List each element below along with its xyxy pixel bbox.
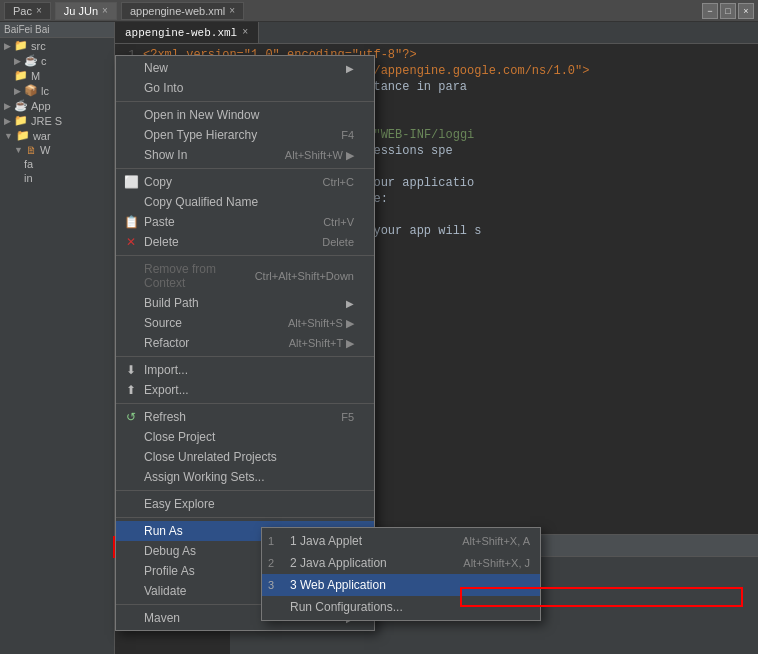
num-icon: 3 [268,579,286,591]
sidebar-item-c[interactable]: ▶ ☕ c [0,53,114,68]
item-label: W [40,144,50,156]
sidebar-item-w[interactable]: ▼ 🗎 W [0,143,114,157]
menu-source[interactable]: Source Alt+Shift+S ▶ [116,313,374,333]
separator [116,101,374,102]
shortcut-label: Ctrl+Alt+Shift+Down [255,270,354,282]
folder-icon: 📁 [16,129,30,142]
arrow-icon: ▶ [346,298,354,309]
shortcut-label: F5 [341,411,354,423]
submenu-item-label: Run Configurations... [290,600,403,614]
expand-icon: ▼ [14,145,23,155]
paste-icon: 📋 [122,215,140,229]
copy-icon: ⬜ [122,175,140,189]
item-label: in [24,172,33,184]
sidebar-item-in[interactable]: in [0,171,114,185]
separator [116,490,374,491]
menu-paste[interactable]: 📋 Paste Ctrl+V [116,212,374,232]
submenu-web-application[interactable]: 3 3 Web Application [262,574,540,596]
sidebar-header: BaiFei Bai [0,22,114,38]
menu-item-label: Easy Explore [144,497,215,511]
menu-item-label: Refactor [144,336,189,350]
sidebar-item-fa[interactable]: fa [0,157,114,171]
menu-copy[interactable]: ⬜ Copy Ctrl+C [116,172,374,192]
tab-pac[interactable]: Pac × [4,2,51,20]
tab-xml-label: appengine-web.xml [130,5,225,17]
menu-item-label: Assign Working Sets... [144,470,265,484]
expand-icon: ▶ [4,101,11,111]
menu-item-label: Profile As [144,564,195,578]
num-icon: 2 [268,557,286,569]
menu-remove-from-context[interactable]: Remove from Context Ctrl+Alt+Shift+Down [116,259,374,293]
expand-icon: ▶ [4,41,11,51]
sidebar-item-war[interactable]: ▼ 📁 war [0,128,114,143]
menu-item-label: Export... [144,383,189,397]
arrow-icon: ▶ [346,63,354,74]
folder-icon: 📁 [14,114,28,127]
item-label: war [33,130,51,142]
sidebar-item-src[interactable]: ▶ 📁 src [0,38,114,53]
menu-item-label: Close Project [144,430,215,444]
editor-tab-xml[interactable]: appengine-web.xml × [115,22,259,43]
close-icon[interactable]: × [242,27,248,38]
menu-assign-working-sets[interactable]: Assign Working Sets... [116,467,374,487]
menu-close-unrelated[interactable]: Close Unrelated Projects [116,447,374,467]
separator [116,403,374,404]
submenu-item-label: 3 Web Application [290,578,386,592]
refresh-icon: ↺ [122,410,140,424]
menu-item-label: Open Type Hierarchy [144,128,257,142]
menu-go-into[interactable]: Go Into [116,78,374,98]
package-icon: 📦 [24,84,38,97]
tab-ju-jun-label: Ju JUn [64,5,98,17]
menu-close-project[interactable]: Close Project [116,427,374,447]
close-icon[interactable]: × [102,5,108,16]
menu-import[interactable]: ⬇ Import... [116,360,374,380]
menu-open-new-window[interactable]: Open in New Window [116,105,374,125]
menu-new[interactable]: New ▶ [116,58,374,78]
folder-icon: 📁 [14,69,28,82]
submenu-run-configurations[interactable]: Run Configurations... [262,596,540,618]
menu-refactor[interactable]: Refactor Alt+Shift+T ▶ [116,333,374,353]
sidebar-item-app[interactable]: ▶ ☕ App [0,98,114,113]
expand-icon: ▶ [14,56,21,66]
menu-item-label: Source [144,316,182,330]
menu-show-in[interactable]: Show In Alt+Shift+W ▶ [116,145,374,165]
shortcut-label: Alt+Shift+T ▶ [289,337,354,350]
tab-ju-jun[interactable]: Ju JUn × [55,2,117,20]
menu-easy-explore[interactable]: Easy Explore [116,494,374,514]
folder-icon: 📁 [14,39,28,52]
expand-icon: ▶ [4,116,11,126]
menu-item-label: Copy [144,175,172,189]
item-label: JRE S [31,115,62,127]
shortcut-label: Alt+Shift+W ▶ [285,149,354,162]
menu-open-type-hierarchy[interactable]: Open Type Hierarchy F4 [116,125,374,145]
menu-item-label: Refresh [144,410,186,424]
menu-item-label: Remove from Context [144,262,255,290]
expand-icon: ▶ [14,86,21,96]
menu-item-label: Maven [144,611,180,625]
menu-build-path[interactable]: Build Path ▶ [116,293,374,313]
sidebar-item-jre[interactable]: ▶ 📁 JRE S [0,113,114,128]
menu-refresh[interactable]: ↺ Refresh F5 [116,407,374,427]
shortcut-label: F4 [341,129,354,141]
minimize-button[interactable]: − [702,3,718,19]
close-button[interactable]: × [738,3,754,19]
menu-delete[interactable]: ✕ Delete Delete [116,232,374,252]
tab-pac-label: Pac [13,5,32,17]
maximize-button[interactable]: □ [720,3,736,19]
close-icon[interactable]: × [36,5,42,16]
shortcut-label: Ctrl+C [323,176,354,188]
close-icon[interactable]: × [229,5,235,16]
tab-xml[interactable]: appengine-web.xml × [121,2,244,20]
menu-item-label: Delete [144,235,179,249]
submenu-java-applet[interactable]: 1 1 Java Applet Alt+Shift+X, A [262,530,540,552]
sidebar-item-m[interactable]: 📁 M [0,68,114,83]
shortcut-label: Ctrl+V [323,216,354,228]
item-label: lc [41,85,49,97]
sidebar-item-lc[interactable]: ▶ 📦 lc [0,83,114,98]
shortcut-label: Alt+Shift+S ▶ [288,317,354,330]
submenu-java-application[interactable]: 2 2 Java Application Alt+Shift+X, J [262,552,540,574]
menu-item-label: Go Into [144,81,183,95]
java-icon: ☕ [24,54,38,67]
menu-export[interactable]: ⬆ Export... [116,380,374,400]
menu-copy-qualified-name[interactable]: Copy Qualified Name [116,192,374,212]
